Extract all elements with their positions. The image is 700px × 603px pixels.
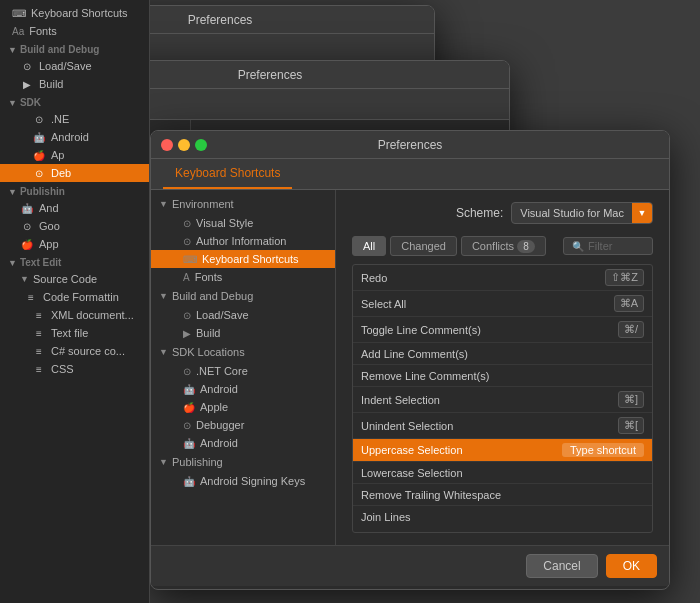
sidebar-build[interactable]: ▶ Build [151,324,335,342]
bg-build-arrow: ▼ [8,45,17,55]
sidebar-debugger-sdk-label: Debugger [196,419,244,431]
bg-android-label: Android [51,131,89,143]
bg-sdk-label: SDK [20,97,41,108]
bg-xml-doc[interactable]: ≡ XML document... [0,306,149,324]
bg-sidebar-keyboard[interactable]: ⌨ Keyboard Shortcuts [0,4,149,22]
scheme-select[interactable]: Visual Studio for Mac ▼ [511,202,653,224]
type-shortcut-button[interactable]: Type shortcut [562,443,644,457]
shortcut-uppercase[interactable]: Uppercase Selection Type shortcut [353,439,652,462]
debugger-sdk-icon: ⊙ [183,420,191,431]
sidebar-publishing-label: Publishing [172,456,223,468]
window-title-color: Preferences [238,68,303,82]
sidebar-load-save[interactable]: ⊙ Load/Save [151,306,335,324]
sidebar-build-label: Build [196,327,220,339]
conflict-count: 8 [517,240,535,253]
bg-text-file[interactable]: ≡ Text file [0,324,149,342]
bg-csharp-source-label: C# source co... [51,345,125,357]
bg-css[interactable]: ≡ CSS [0,360,149,378]
sidebar-apple-label: Apple [200,401,228,413]
filter-tab-conflicts[interactable]: Conflicts 8 [461,236,546,256]
shortcut-unindent[interactable]: Unindent Selection ⌘[ [353,413,652,439]
bg-csharp-source[interactable]: ≡ C# source co... [0,342,149,360]
scheme-dropdown-arrow[interactable]: ▼ [632,202,652,224]
cancel-button[interactable]: Cancel [526,554,597,578]
bg-debugger[interactable]: ⊙ Deb [0,164,149,182]
sidebar-environment-label: Environment [172,198,234,210]
sidebar-android-sdk2[interactable]: 🤖 Android [151,434,335,452]
bg-android[interactable]: 🤖 Android [0,128,149,146]
shortcut-select-all-name: Select All [361,298,614,310]
shortcut-redo[interactable]: Redo ⇧⌘Z [353,265,652,291]
shortcut-redo-key: ⇧⌘Z [605,269,644,286]
bg-build-item[interactable]: ▶ Build [0,75,149,93]
close-button-keyboard[interactable] [161,139,173,151]
sidebar-apple[interactable]: 🍎 Apple [151,398,335,416]
bg-text-file-icon: ≡ [32,328,46,339]
shortcut-toggle-comment[interactable]: Toggle Line Comment(s) ⌘/ [353,317,652,343]
filter-tab-all[interactable]: All [352,236,386,256]
dropdown-arrow-icon: ▼ [638,208,647,218]
bg-net-core[interactable]: ⊙ .NE [0,110,149,128]
sidebar-load-save-label: Load/Save [196,309,249,321]
shortcuts-table: Redo ⇧⌘Z Select All ⌘A Toggle Line Comme… [352,264,653,533]
shortcut-indent[interactable]: Indent Selection ⌘] [353,387,652,413]
sidebar-visual-style[interactable]: ⊙ Visual Style [151,214,335,232]
visual-style-icon: ⊙ [183,218,191,229]
sidebar-android-sdk[interactable]: 🤖 Android [151,380,335,398]
bg-load-save-label: Load/Save [39,60,92,72]
shortcut-select-all-key: ⌘A [614,295,644,312]
sidebar-android-signing-label: Android Signing Keys [200,475,305,487]
sidebar-author-info-label: Author Information [196,235,287,247]
shortcut-join-lines-name: Join Lines [361,511,644,523]
bg-keyboard-icon: ⌨ [12,8,26,19]
filter-tab-changed[interactable]: Changed [390,236,457,256]
sidebar-keyboard-shortcuts[interactable]: ⌨ Keyboard Shortcuts [151,250,335,268]
shortcut-indent-key: ⌘] [618,391,644,408]
bg-app[interactable]: 🍎 App [0,235,149,253]
sidebar-section-environment[interactable]: ▼ Environment [151,194,335,214]
tab-keyboard-shortcuts[interactable]: Keyboard Shortcuts [163,159,292,189]
shortcut-add-comment[interactable]: Add Line Comment(s) [353,343,652,365]
bg-source-arrow: ▼ [20,274,29,284]
sidebar-author-info[interactable]: ⊙ Author Information [151,232,335,250]
sidebar-fonts[interactable]: A Fonts [151,268,335,286]
sidebar-android-sdk-label: Android [200,383,238,395]
bg-source-label: Source Code [33,273,97,285]
ok-button[interactable]: OK [606,554,657,578]
minimize-button-keyboard[interactable] [178,139,190,151]
bg-sidebar-content: ⌨ Keyboard Shortcuts Aa Fonts ▼ Build an… [0,0,149,382]
shortcut-remove-comment[interactable]: Remove Line Comment(s) [353,365,652,387]
bg-code-format[interactable]: ≡ Code Formattin [0,288,149,306]
sidebar-net-core[interactable]: ⊙ .NET Core [151,362,335,380]
sidebar-section-build-debug[interactable]: ▼ Build and Debug [151,286,335,306]
titlebar-keyboard: Preferences [151,131,669,159]
sidebar-section-publishing[interactable]: ▼ Publishing [151,452,335,472]
shortcut-uppercase-name: Uppercase Selection [361,444,554,456]
sidebar-android-signing[interactable]: 🤖 Android Signing Keys [151,472,335,490]
fonts-icon: A [183,272,190,283]
bg-and[interactable]: 🤖 And [0,199,149,217]
filter-input[interactable]: 🔍 Filter [563,237,653,255]
bg-group-sdk: ▼ SDK [0,93,149,110]
shortcut-lowercase[interactable]: Lowercase Selection [353,462,652,484]
android-signing-icon: 🤖 [183,476,195,487]
android-sdk2-icon: 🤖 [183,438,195,449]
bg-css-label: CSS [51,363,74,375]
maximize-button-keyboard[interactable] [195,139,207,151]
bg-text-arrow: ▼ [8,258,17,268]
bg-code-format-icon: ≡ [24,292,38,303]
sidebar-section-sdk[interactable]: ▼ SDK Locations [151,342,335,362]
bg-debugger-label: Deb [51,167,71,179]
bg-load-save[interactable]: ⊙ Load/Save [0,57,149,75]
env-arrow: ▼ [159,199,168,209]
bg-goo[interactable]: ⊙ Goo [0,217,149,235]
bg-sidebar-fonts[interactable]: Aa Fonts [0,22,149,40]
shortcut-unindent-key: ⌘[ [618,417,644,434]
sidebar-debugger-sdk[interactable]: ⊙ Debugger [151,416,335,434]
shortcut-join-lines[interactable]: Join Lines [353,506,652,528]
shortcut-remove-whitespace[interactable]: Remove Trailing Whitespace [353,484,652,506]
bg-apple[interactable]: 🍎 Ap [0,146,149,164]
shortcut-select-all[interactable]: Select All ⌘A [353,291,652,317]
shortcut-toggle-comment-key: ⌘/ [618,321,644,338]
bg-app-label: App [39,238,59,250]
